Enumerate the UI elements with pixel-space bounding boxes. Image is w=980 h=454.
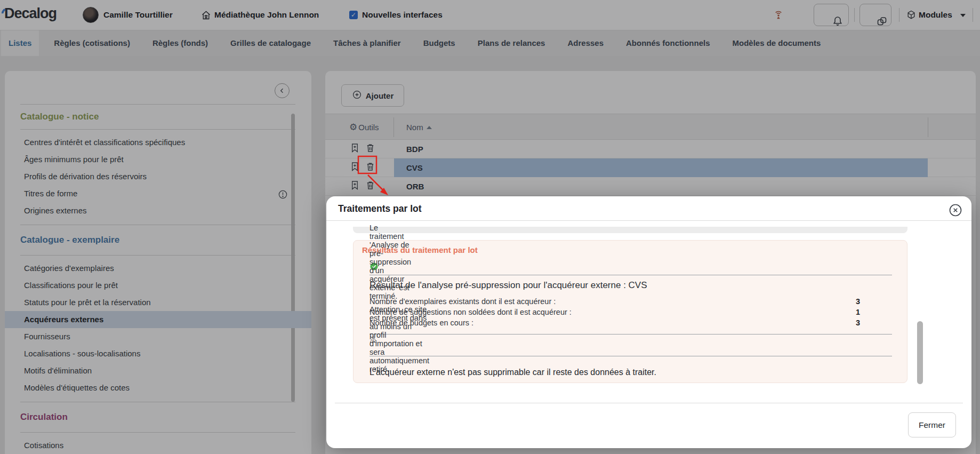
warning-text: Attention, ce site est présent dans au m… — [369, 305, 429, 373]
close-icon[interactable] — [948, 203, 963, 218]
divider — [369, 275, 892, 275]
batch-processing-modal: Traitements par lot Résultats du traitem… — [326, 196, 971, 448]
previous-result-partial — [353, 227, 907, 233]
analysis-result-heading: Résultat de l'analyse pré-suppression po… — [369, 280, 647, 291]
count-value: 3 — [833, 296, 860, 307]
divider — [335, 403, 963, 403]
modal-scrollbar[interactable] — [917, 321, 923, 384]
close-modal-button[interactable]: Fermer — [908, 412, 956, 437]
count-row: Nombre d'exemplaires existants dont il e… — [369, 296, 892, 307]
divider — [369, 356, 892, 356]
application-window: Decalog Camille Tourtillier Médiathèque … — [0, 0, 980, 454]
count-value: 1 — [833, 307, 860, 317]
count-row: Nombre de suggestions non soldées dont i… — [369, 307, 892, 317]
conclusion-text: L'acquéreur externe n'est pas supprimabl… — [369, 368, 656, 377]
count-value: 3 — [833, 317, 860, 328]
divider — [326, 220, 971, 221]
batch-results-panel: Résultats du traitement par lot Le trait… — [353, 240, 907, 383]
count-row: Nombre de budgets en cours : 3 — [369, 317, 892, 328]
modal-title: Traitements par lot — [338, 203, 422, 214]
divider — [369, 334, 892, 334]
